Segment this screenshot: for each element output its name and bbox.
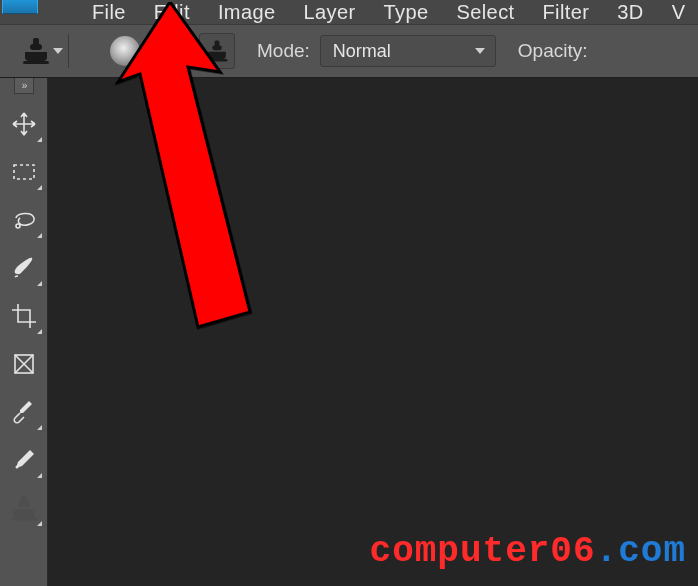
menu-image[interactable]: Image [204, 1, 290, 24]
clone-source-panel-button[interactable] [199, 33, 235, 69]
mode-label: Mode: [257, 40, 310, 62]
svg-point-1 [16, 224, 20, 228]
menu-type[interactable]: Type [370, 1, 443, 24]
opacity-label: Opacity: [518, 40, 588, 62]
app-logo [2, 0, 38, 14]
watermark-part2: .com [596, 531, 686, 572]
submenu-indicator-icon [37, 281, 42, 286]
move-tool[interactable] [3, 103, 45, 145]
watermark: computer06.com [370, 531, 686, 572]
submenu-indicator-icon [37, 329, 42, 334]
brush-preset-picker[interactable] [99, 36, 151, 66]
submenu-indicator-icon [37, 185, 42, 190]
clone-stamp-icon [23, 38, 49, 64]
tools-panel: » [0, 78, 48, 586]
frame-tool[interactable] [3, 343, 45, 385]
tools-panel-collapse[interactable]: » [14, 78, 34, 94]
frame-icon [10, 350, 38, 378]
watermark-part1: computer06 [370, 531, 596, 572]
lasso-tool[interactable] [3, 199, 45, 241]
menu-layer[interactable]: Layer [290, 1, 370, 24]
lasso-icon [10, 206, 38, 234]
svg-point-3 [15, 466, 18, 469]
clone-stamp-icon [11, 496, 36, 521]
clone-stamp-tool[interactable] [3, 487, 45, 529]
menu-file[interactable]: File [78, 1, 140, 24]
clone-stamp-icon [207, 41, 228, 62]
brush-icon [10, 254, 38, 282]
brush-preview-icon [110, 36, 140, 66]
blend-mode-value: Normal [333, 41, 391, 62]
marquee-icon [10, 158, 38, 186]
current-tool-indicator[interactable] [20, 38, 66, 64]
spot-healing-brush-tool[interactable] [3, 439, 45, 481]
submenu-indicator-icon [37, 233, 42, 238]
menu-edit[interactable]: Edit [140, 1, 204, 24]
double-chevron-icon: » [22, 80, 26, 91]
submenu-indicator-icon [37, 473, 42, 478]
eyedropper-tool[interactable] [3, 391, 45, 433]
toggle-brush-panel-button[interactable] [155, 33, 191, 69]
rectangular-marquee-tool[interactable] [3, 151, 45, 193]
chevron-down-icon [53, 48, 63, 54]
submenu-indicator-icon [37, 521, 42, 526]
menu-view[interactable]: V [658, 1, 698, 24]
move-icon [10, 110, 38, 138]
svg-rect-0 [14, 165, 34, 179]
menu-bar: File Edit Image Layer Type Select Filter… [0, 0, 698, 24]
healing-brush-icon [10, 446, 38, 474]
brush-tool[interactable] [3, 247, 45, 289]
blend-mode-select[interactable]: Normal [320, 35, 496, 67]
eyedropper-icon [10, 398, 38, 426]
crop-tool[interactable] [3, 295, 45, 337]
menu-3d[interactable]: 3D [603, 1, 657, 24]
separator [68, 34, 69, 68]
menu-filter[interactable]: Filter [529, 1, 604, 24]
options-bar: Mode: Normal Opacity: [0, 24, 698, 78]
document-canvas[interactable] [48, 78, 698, 586]
folder-brush-icon [162, 40, 184, 62]
menu-select[interactable]: Select [443, 1, 529, 24]
submenu-indicator-icon [37, 425, 42, 430]
chevron-down-icon [475, 48, 485, 54]
crop-icon [10, 302, 38, 330]
submenu-indicator-icon [37, 137, 42, 142]
